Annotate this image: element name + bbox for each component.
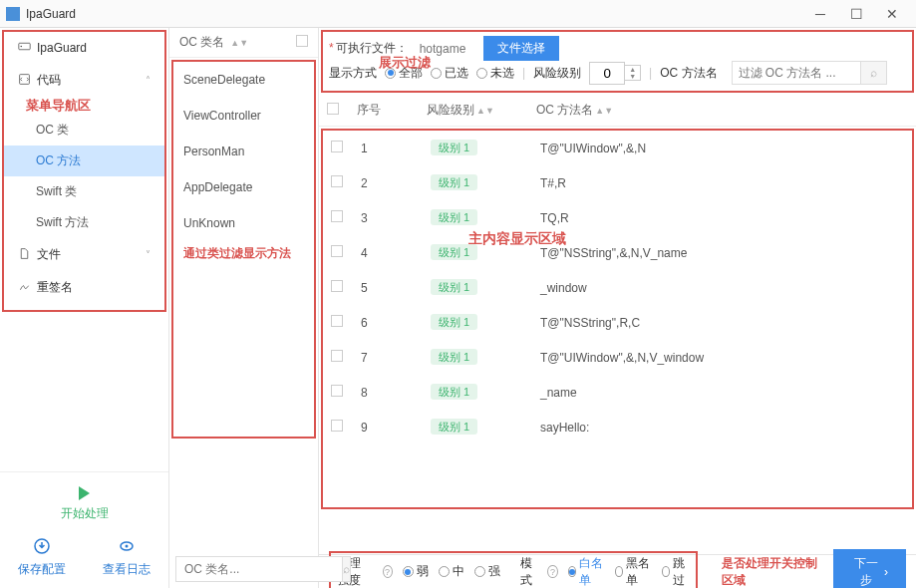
row-index: 9 xyxy=(353,410,423,444)
row-index: 4 xyxy=(353,235,423,270)
class-search-button[interactable]: ⌕ xyxy=(342,556,351,582)
row-method: TQ,R xyxy=(532,200,912,235)
row-checkbox[interactable] xyxy=(331,175,343,187)
mode-skip[interactable]: 跳过 xyxy=(662,555,690,589)
next-button[interactable]: 下一步 › xyxy=(833,549,906,589)
mode-blacklist[interactable]: 黑名单 xyxy=(615,555,652,589)
sidebar-item-oc-method[interactable]: OC 方法 xyxy=(4,146,164,176)
row-checkbox[interactable] xyxy=(331,141,343,152)
method-search-button[interactable]: ⌕ xyxy=(861,61,887,85)
sidebar-group-resign[interactable]: 重签名 xyxy=(4,271,164,304)
col-risk[interactable]: 风险级别 xyxy=(427,103,474,117)
mode-label: 模式 xyxy=(520,555,538,589)
sidebar-label: 重签名 xyxy=(37,279,73,296)
row-checkbox[interactable] xyxy=(331,420,343,432)
row-checkbox[interactable] xyxy=(331,210,343,222)
download-icon xyxy=(34,538,50,558)
table-row[interactable]: 5级别 1_window xyxy=(323,270,912,305)
strength-weak[interactable]: 弱 xyxy=(403,563,429,580)
signature-icon xyxy=(18,280,31,296)
row-checkbox[interactable] xyxy=(331,385,343,397)
mode-whitelist[interactable]: 白名单 xyxy=(568,555,605,589)
choose-file-button[interactable]: 文件选择 xyxy=(483,36,559,61)
chevron-up-icon: ˄ xyxy=(146,75,151,86)
sort-icon: ▲▼ xyxy=(476,106,494,116)
sidebar-item-swift-class[interactable]: Swift 类 xyxy=(4,176,164,207)
sidebar-group-code[interactable]: 代码 ˄ xyxy=(4,64,164,97)
col-method[interactable]: OC 方法名 xyxy=(536,103,593,117)
table-row[interactable]: 8级别 1_name xyxy=(323,375,912,410)
sort-icon: ▲▼ xyxy=(595,106,613,116)
table-row[interactable]: 2级别 1T#,R xyxy=(323,165,912,200)
row-index: 1 xyxy=(353,131,423,165)
help-icon[interactable]: ? xyxy=(547,565,557,578)
table-row[interactable]: 4级别 1T@"NSString",&,N,V_name xyxy=(323,235,912,270)
strength-mid[interactable]: 中 xyxy=(439,563,464,580)
row-method: T@"NSString",&,N,V_name xyxy=(532,235,912,270)
table-row[interactable]: 7级别 1T@"UIWindow",&,N,V_window xyxy=(323,340,912,375)
table-header: 序号 风险级别▲▼ OC 方法名▲▼ xyxy=(319,95,916,127)
class-list-header[interactable]: OC 类名 ▲▼ xyxy=(169,28,318,58)
row-risk: 级别 1 xyxy=(423,410,532,444)
main-panel: *可执行文件： hotgame 文件选择 展示过滤 显示方式 全部 已选 未选 … xyxy=(319,28,916,588)
row-risk: 级别 1 xyxy=(423,375,532,410)
svg-point-5 xyxy=(125,545,128,548)
row-risk: 级别 1 xyxy=(423,270,532,305)
save-config-button[interactable]: 保存配置 xyxy=(18,538,66,578)
sidebar-group-file[interactable]: 文件 ˅ xyxy=(4,238,164,271)
row-checkbox[interactable] xyxy=(331,280,343,292)
window-title: IpaGuard xyxy=(26,7,802,21)
risk-level-input[interactable] xyxy=(589,62,625,85)
nav-area: IpaGuard 代码 ˄ 菜单导航区 OC 类 OC 方法 Swift 类 S… xyxy=(2,30,166,312)
table-row[interactable]: 1级别 1T@"UIWindow",&,N xyxy=(323,131,912,165)
spin-down-icon: ▼ xyxy=(625,73,640,80)
help-icon[interactable]: ? xyxy=(383,565,393,578)
table-row[interactable]: 6级别 1T@"NSString",R,C xyxy=(323,305,912,340)
sidebar-item-ipaguard[interactable]: IpaGuard xyxy=(4,32,164,64)
class-item[interactable]: PersonMan xyxy=(173,134,314,169)
sidebar-label: IpaGuard xyxy=(37,41,87,55)
start-process-button[interactable]: 开始处理 xyxy=(61,480,109,532)
sidebar-item-oc-class[interactable]: OC 类 xyxy=(4,115,164,146)
table-row[interactable]: 3级别 1TQ,R xyxy=(323,200,912,235)
select-all-checkbox[interactable] xyxy=(327,103,339,115)
separator: | xyxy=(522,66,525,80)
footer-bar: 处理强度 ? 弱 中 强 模式 ? 白名单 黑名单 跳过 是否处理开关控制区域 … xyxy=(319,554,916,588)
display-opt-unselected[interactable]: 未选 xyxy=(476,65,514,82)
maximize-button[interactable]: ☐ xyxy=(838,6,874,22)
select-all-checkbox[interactable] xyxy=(296,35,308,50)
class-item[interactable]: ViewController xyxy=(173,98,314,134)
method-search-input[interactable] xyxy=(732,61,861,85)
display-opt-selected[interactable]: 已选 xyxy=(431,65,468,82)
risk-spinner[interactable]: ▲▼ xyxy=(625,65,641,81)
app-icon xyxy=(6,7,20,21)
class-item[interactable]: SceneDelegate xyxy=(173,62,314,98)
class-search-input[interactable] xyxy=(175,556,342,582)
sidebar-item-swift-method[interactable]: Swift 方法 xyxy=(4,207,164,238)
row-checkbox[interactable] xyxy=(331,315,343,327)
strength-strong[interactable]: 强 xyxy=(474,563,500,580)
sort-icon: ▲▼ xyxy=(230,38,248,48)
class-item[interactable]: UnKnown xyxy=(173,205,314,241)
row-risk: 级别 1 xyxy=(423,165,532,200)
method-name-label: OC 方法名 xyxy=(660,65,717,82)
col-index[interactable]: 序号 xyxy=(357,103,381,117)
view-log-button[interactable]: 查看日志 xyxy=(103,538,151,578)
row-method: T#,R xyxy=(532,165,912,200)
class-header-label: OC 类名 xyxy=(179,34,224,51)
row-checkbox[interactable] xyxy=(331,245,343,257)
row-method: _window xyxy=(532,270,912,305)
display-mode-label: 显示方式 xyxy=(329,65,377,82)
row-method: T@"NSString",R,C xyxy=(532,305,912,340)
titlebar: IpaGuard ─ ☐ ✕ xyxy=(0,0,916,28)
footer-controls: 处理强度 ? 弱 中 强 模式 ? 白名单 黑名单 跳过 xyxy=(329,551,698,589)
minimize-button[interactable]: ─ xyxy=(802,6,838,22)
row-risk: 级别 1 xyxy=(423,131,532,165)
row-index: 5 xyxy=(353,270,423,305)
class-item[interactable]: AppDelegate xyxy=(173,169,314,205)
row-checkbox[interactable] xyxy=(331,350,343,362)
chevron-right-icon: › xyxy=(884,565,888,579)
table-row[interactable]: 9级别 1sayHello: xyxy=(323,410,912,444)
close-button[interactable]: ✕ xyxy=(874,6,910,22)
row-index: 7 xyxy=(353,340,423,375)
